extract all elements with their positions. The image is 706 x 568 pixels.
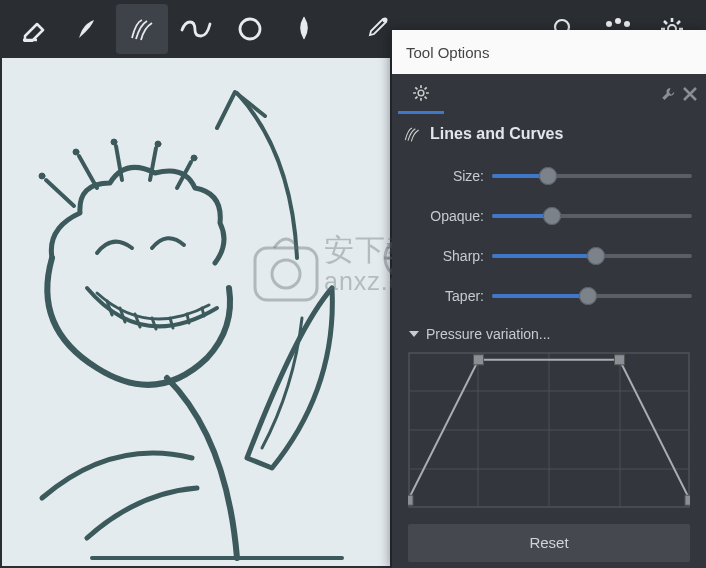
circle-icon bbox=[236, 15, 264, 43]
svg-point-0 bbox=[240, 19, 260, 39]
slider-track[interactable] bbox=[492, 294, 692, 298]
panel-title: Tool Options bbox=[392, 30, 706, 74]
pressure-handle[interactable] bbox=[685, 495, 690, 505]
svg-point-12 bbox=[155, 141, 161, 147]
slider-track[interactable] bbox=[492, 214, 692, 218]
reset-button[interactable]: Reset bbox=[408, 524, 690, 562]
svg-point-13 bbox=[191, 155, 197, 161]
tool-circle[interactable] bbox=[224, 4, 276, 54]
svg-point-17 bbox=[418, 90, 424, 96]
tool-options-panel: Tool Options Lines and Curves Size:Opaqu… bbox=[392, 30, 706, 568]
svg-point-4 bbox=[615, 18, 621, 24]
panel-tabbar bbox=[392, 74, 706, 114]
section-title: Lines and Curves bbox=[430, 125, 563, 143]
tool-eraser[interactable] bbox=[8, 4, 60, 54]
pressure-label: Pressure variation... bbox=[426, 326, 551, 342]
svg-point-10 bbox=[73, 149, 79, 155]
svg-point-1 bbox=[383, 18, 388, 23]
slider-row-1: Opaque: bbox=[392, 196, 692, 236]
slider-row-2: Sharp: bbox=[392, 236, 692, 276]
tool-pen[interactable] bbox=[278, 4, 330, 54]
slider-label: Size: bbox=[392, 168, 492, 184]
panel-tab-options[interactable] bbox=[398, 74, 444, 114]
slider-thumb[interactable] bbox=[543, 207, 561, 225]
pressure-handle[interactable] bbox=[474, 355, 484, 365]
slider-thumb[interactable] bbox=[579, 287, 597, 305]
svg-point-5 bbox=[624, 21, 630, 27]
tool-lines-curves[interactable] bbox=[116, 4, 168, 54]
close-icon[interactable] bbox=[682, 86, 698, 102]
tool-brush[interactable] bbox=[62, 4, 114, 54]
svg-point-9 bbox=[39, 173, 45, 179]
svg-point-11 bbox=[111, 139, 117, 145]
canvas[interactable] bbox=[2, 58, 390, 566]
slider-row-0: Size: bbox=[392, 156, 692, 196]
tool-squiggle[interactable] bbox=[170, 4, 222, 54]
lines-icon bbox=[402, 124, 422, 144]
pressure-graph[interactable] bbox=[408, 352, 690, 508]
pressure-toggle[interactable]: Pressure variation... bbox=[392, 316, 706, 348]
sliders-group: Size:Opaque:Sharp:Taper: bbox=[392, 152, 706, 316]
section-header: Lines and Curves bbox=[392, 114, 706, 152]
pressure-handle[interactable] bbox=[408, 495, 413, 505]
brush-icon bbox=[73, 14, 103, 44]
slider-label: Opaque: bbox=[392, 208, 492, 224]
lines-icon bbox=[127, 14, 157, 44]
squiggle-icon bbox=[179, 16, 213, 42]
chevron-down-icon bbox=[408, 328, 420, 340]
pressure-handle[interactable] bbox=[615, 355, 625, 365]
dropper-icon bbox=[363, 16, 389, 42]
slider-track[interactable] bbox=[492, 174, 692, 178]
eraser-icon bbox=[19, 16, 49, 42]
slider-row-3: Taper: bbox=[392, 276, 692, 316]
wrench-icon[interactable] bbox=[660, 85, 678, 103]
slider-thumb[interactable] bbox=[587, 247, 605, 265]
slider-thumb[interactable] bbox=[539, 167, 557, 185]
slider-label: Taper: bbox=[392, 288, 492, 304]
gear-icon bbox=[411, 83, 431, 103]
slider-label: Sharp: bbox=[392, 248, 492, 264]
slider-track[interactable] bbox=[492, 254, 692, 258]
svg-point-3 bbox=[606, 21, 612, 27]
drawing-content bbox=[2, 58, 390, 566]
pen-icon bbox=[290, 15, 318, 43]
